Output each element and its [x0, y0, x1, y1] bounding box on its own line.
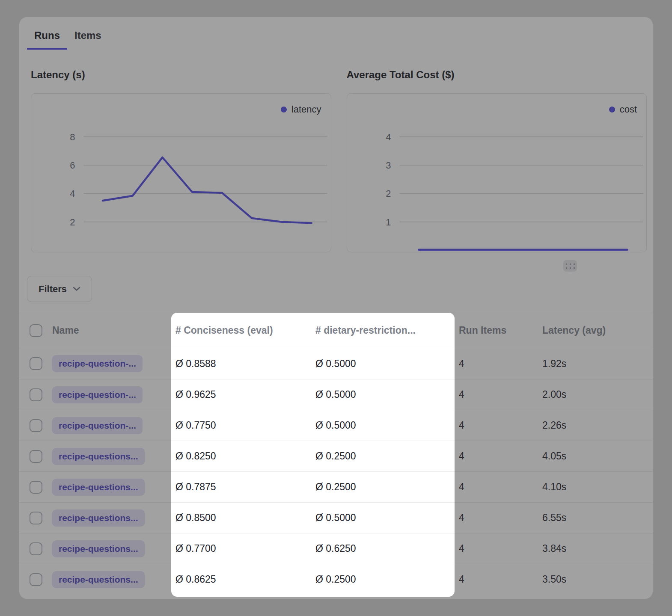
- row-checkbox[interactable]: [30, 542, 42, 555]
- run-name-badge[interactable]: recipe-question-...: [52, 417, 143, 434]
- cost-chart-legend: cost: [609, 104, 637, 115]
- cell-latency: 4.10s: [542, 481, 653, 493]
- cell-latency: 2.00s: [542, 389, 653, 400]
- cell-run-items: 4: [455, 574, 542, 585]
- runs-panel: Runs Items Latency (s) latency 2468 Aver…: [19, 17, 653, 599]
- cell-dietary: Ø 0.2500: [315, 450, 455, 462]
- cell-dietary: Ø 0.5000: [315, 389, 455, 400]
- run-name-badge[interactable]: recipe-questions...: [52, 509, 145, 527]
- column-header-conciseness[interactable]: # Conciseness (eval): [175, 325, 315, 336]
- cell-run-items: 4: [455, 543, 542, 554]
- latency-line-chart: 2468: [31, 94, 331, 252]
- table-row[interactable]: recipe-questions... Ø 0.8500 Ø 0.5000 4 …: [19, 502, 653, 533]
- column-header-run-items[interactable]: Run Items: [455, 325, 542, 336]
- column-header-dietary[interactable]: # dietary-restriction...: [315, 325, 455, 336]
- grip-dots-icon: [565, 262, 576, 270]
- cell-run-items: 4: [455, 358, 542, 370]
- run-name-badge[interactable]: recipe-questions...: [52, 448, 145, 465]
- cell-latency: 3.50s: [542, 574, 653, 585]
- svg-text:6: 6: [70, 160, 75, 171]
- run-name-badge[interactable]: recipe-question-...: [52, 355, 143, 372]
- cell-conciseness: Ø 0.8500: [175, 512, 315, 524]
- cell-run-items: 4: [455, 481, 542, 493]
- cell-dietary: Ø 0.5000: [315, 420, 455, 431]
- cell-latency: 2.26s: [542, 420, 653, 431]
- row-checkbox[interactable]: [30, 481, 42, 494]
- latency-chart-legend: latency: [281, 104, 321, 115]
- run-name-badge[interactable]: recipe-questions...: [52, 479, 145, 496]
- tab-bar: Runs Items: [19, 17, 653, 50]
- cell-dietary: Ø 0.5000: [315, 358, 455, 370]
- cost-line-chart: 1234: [347, 94, 647, 252]
- table-row[interactable]: recipe-question-... Ø 0.8588 Ø 0.5000 4 …: [19, 348, 653, 379]
- table-row[interactable]: recipe-question-... Ø 0.7750 Ø 0.5000 4 …: [19, 410, 653, 441]
- row-checkbox[interactable]: [30, 512, 42, 524]
- chevron-down-icon: [73, 287, 80, 291]
- cost-chart-box: cost 1234: [347, 93, 647, 252]
- cell-conciseness: Ø 0.8250: [175, 450, 315, 462]
- legend-dot-icon: [609, 107, 615, 113]
- run-name-badge[interactable]: recipe-questions...: [52, 540, 145, 557]
- cell-conciseness: Ø 0.8625: [175, 574, 315, 585]
- cell-conciseness: Ø 0.7700: [175, 543, 315, 554]
- tab-items[interactable]: Items: [67, 29, 109, 50]
- cell-dietary: Ø 0.6250: [315, 543, 455, 554]
- select-all-checkbox[interactable]: [30, 324, 42, 337]
- svg-text:4: 4: [386, 132, 391, 142]
- table-row[interactable]: recipe-question-... Ø 0.9625 Ø 0.5000 4 …: [19, 379, 653, 410]
- svg-text:2: 2: [386, 188, 391, 199]
- filters-button[interactable]: Filters: [27, 276, 92, 302]
- legend-dot-icon: [281, 107, 287, 113]
- cost-chart: Average Total Cost ($) cost 1234: [347, 68, 647, 252]
- charts-row: Latency (s) latency 2468 Average Total C…: [31, 68, 647, 252]
- svg-text:3: 3: [386, 160, 391, 171]
- cost-chart-title: Average Total Cost ($): [347, 68, 647, 81]
- cell-dietary: Ø 0.2500: [315, 574, 455, 585]
- filters-row: Filters: [27, 276, 653, 302]
- cell-latency: 1.92s: [542, 358, 653, 370]
- row-checkbox[interactable]: [30, 573, 42, 586]
- cell-latency: 4.05s: [542, 450, 653, 462]
- legend-label: latency: [291, 104, 321, 115]
- cell-conciseness: Ø 0.7750: [175, 420, 315, 431]
- drag-handle-icon[interactable]: [563, 260, 577, 272]
- latency-chart: Latency (s) latency 2468: [31, 68, 331, 252]
- table-body: recipe-question-... Ø 0.8588 Ø 0.5000 4 …: [19, 348, 653, 595]
- cell-conciseness: Ø 0.8588: [175, 358, 315, 370]
- column-header-name[interactable]: Name: [52, 325, 175, 336]
- table-header: Name # Conciseness (eval) # dietary-rest…: [19, 313, 653, 348]
- cell-run-items: 4: [455, 420, 542, 431]
- latency-chart-title: Latency (s): [31, 68, 331, 81]
- cell-run-items: 4: [455, 450, 542, 462]
- table-row[interactable]: recipe-questions... Ø 0.8625 Ø 0.2500 4 …: [19, 564, 653, 595]
- table-row[interactable]: recipe-questions... Ø 0.8250 Ø 0.2500 4 …: [19, 441, 653, 471]
- filters-button-label: Filters: [39, 284, 67, 295]
- run-name-badge[interactable]: recipe-question-...: [52, 386, 143, 403]
- page: Runs Items Latency (s) latency 2468 Aver…: [0, 0, 672, 616]
- column-header-latency[interactable]: Latency (avg): [542, 325, 653, 336]
- svg-text:4: 4: [70, 188, 75, 199]
- svg-text:8: 8: [70, 132, 75, 142]
- cell-latency: 6.55s: [542, 512, 653, 524]
- cell-run-items: 4: [455, 389, 542, 400]
- runs-table: Name # Conciseness (eval) # dietary-rest…: [19, 313, 653, 595]
- row-checkbox[interactable]: [30, 388, 42, 401]
- table-row[interactable]: recipe-questions... Ø 0.7875 Ø 0.2500 4 …: [19, 471, 653, 502]
- svg-text:2: 2: [70, 217, 75, 228]
- row-checkbox[interactable]: [30, 450, 42, 463]
- cell-dietary: Ø 0.5000: [315, 512, 455, 524]
- row-checkbox[interactable]: [30, 419, 42, 432]
- table-row[interactable]: recipe-questions... Ø 0.7700 Ø 0.6250 4 …: [19, 533, 653, 564]
- cell-conciseness: Ø 0.7875: [175, 481, 315, 493]
- latency-chart-box: latency 2468: [31, 93, 331, 252]
- run-name-badge[interactable]: recipe-questions...: [52, 571, 145, 588]
- cell-run-items: 4: [455, 512, 542, 524]
- svg-text:1: 1: [386, 217, 391, 228]
- cell-dietary: Ø 0.2500: [315, 481, 455, 493]
- row-checkbox[interactable]: [30, 357, 42, 370]
- cell-conciseness: Ø 0.9625: [175, 389, 315, 400]
- legend-label: cost: [620, 104, 637, 115]
- cell-latency: 3.84s: [542, 543, 653, 554]
- tab-runs[interactable]: Runs: [27, 29, 67, 50]
